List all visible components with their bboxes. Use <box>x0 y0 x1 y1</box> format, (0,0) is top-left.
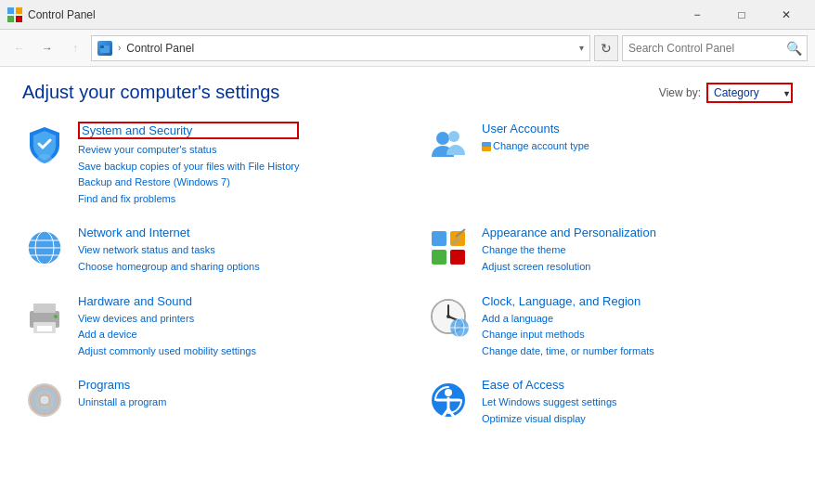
address-icon <box>97 41 112 56</box>
app-icon <box>7 7 22 22</box>
minimize-button[interactable]: − <box>676 0 718 30</box>
category-programs: Programs Uninstall a program <box>22 378 389 427</box>
svg-rect-18 <box>450 250 465 265</box>
restore-button[interactable]: □ <box>720 0 763 30</box>
svg-point-8 <box>448 131 459 142</box>
window-title: Control Panel <box>28 8 676 21</box>
file-history-link[interactable]: Save backup copies of your files with Fi… <box>78 159 299 175</box>
add-language-link[interactable]: Add a language <box>482 311 654 328</box>
fix-problems-link[interactable]: Find and fix problems <box>78 191 299 208</box>
clock-language-title[interactable]: Clock, Language, and Region <box>482 294 654 308</box>
system-security-title[interactable]: System and Security <box>78 122 299 139</box>
svg-rect-5 <box>100 45 104 48</box>
category-network-internet: Network and Internet View network status… <box>22 226 389 275</box>
screen-resolution-link[interactable]: Adjust screen resolution <box>482 259 656 276</box>
system-security-icon <box>22 122 67 166</box>
change-account-type-link[interactable]: Change account type <box>482 138 589 155</box>
breadcrumb-text: Control Panel <box>126 42 574 55</box>
category-clock-language: Clock, Language, and Region Add a langua… <box>426 294 793 360</box>
ease-of-access-icon <box>426 378 471 422</box>
review-status-link[interactable]: Review your computer's status <box>78 142 299 159</box>
svg-rect-2 <box>7 16 14 22</box>
view-by-control: View by: Category Large icons Small icon… <box>659 83 793 103</box>
search-input[interactable] <box>623 42 781 55</box>
main-content: Adjust your computer's settings View by:… <box>0 67 815 504</box>
svg-rect-3 <box>16 16 22 22</box>
view-by-select-wrap: Category Large icons Small icons ▾ <box>706 83 793 103</box>
svg-point-6 <box>37 154 52 163</box>
back-button[interactable]: ← <box>7 36 32 60</box>
mobility-settings-link[interactable]: Adjust commonly used mobility settings <box>78 343 256 360</box>
address-input[interactable]: › Control Panel ▾ <box>91 35 590 61</box>
user-accounts-title[interactable]: User Accounts <box>482 122 589 136</box>
backup-restore-link[interactable]: Backup and Restore (Windows 7) <box>78 174 299 191</box>
input-methods-link[interactable]: Change input methods <box>482 327 654 343</box>
view-by-label: View by: <box>659 86 701 99</box>
refresh-button[interactable]: ↻ <box>594 35 618 61</box>
date-time-formats-link[interactable]: Change date, time, or number formats <box>482 343 654 360</box>
svg-rect-15 <box>432 231 446 246</box>
network-internet-icon <box>22 226 67 270</box>
page-title: Adjust your computer's settings <box>22 82 279 103</box>
page-header: Adjust your computer's settings View by:… <box>22 82 793 103</box>
svg-rect-22 <box>33 304 56 313</box>
category-user-accounts: User Accounts Change account type <box>426 122 793 207</box>
programs-icon <box>22 378 67 422</box>
search-box: 🔍 <box>622 35 808 61</box>
programs-text: Programs Uninstall a program <box>78 378 166 411</box>
svg-rect-24 <box>37 326 52 331</box>
svg-point-41 <box>445 389 452 396</box>
address-dropdown-btn[interactable]: ▾ <box>579 43 584 53</box>
category-system-security: System and Security Review your computer… <box>22 122 389 207</box>
system-security-text: System and Security Review your computer… <box>78 122 299 207</box>
windows-suggest-link[interactable]: Let Windows suggest settings <box>482 394 617 411</box>
ease-of-access-text: Ease of Access Let Windows suggest setti… <box>482 378 617 427</box>
network-internet-title[interactable]: Network and Internet <box>78 226 260 239</box>
close-button[interactable]: ✕ <box>765 0 808 30</box>
breadcrumb-separator: › <box>118 43 121 53</box>
user-accounts-icon <box>426 122 471 166</box>
network-internet-text: Network and Internet View network status… <box>78 226 260 275</box>
up-button[interactable]: ↑ <box>63 36 87 60</box>
homegroup-link[interactable]: Choose homegroup and sharing options <box>78 259 260 276</box>
hardware-sound-text: Hardware and Sound View devices and prin… <box>78 294 256 360</box>
category-ease-of-access: Ease of Access Let Windows suggest setti… <box>426 378 793 427</box>
appearance-icon <box>426 226 471 270</box>
svg-point-39 <box>41 396 48 404</box>
svg-rect-0 <box>7 7 14 14</box>
svg-rect-1 <box>16 7 22 14</box>
shield-icon <box>482 142 491 151</box>
title-bar: Control Panel − □ ✕ <box>0 0 815 30</box>
categories-grid: System and Security Review your computer… <box>22 122 793 446</box>
category-appearance: Appearance and Personalization Change th… <box>426 226 793 275</box>
svg-point-30 <box>446 315 450 318</box>
visual-display-link[interactable]: Optimize visual display <box>482 411 617 428</box>
svg-point-25 <box>54 315 58 318</box>
ease-of-access-title[interactable]: Ease of Access <box>482 378 617 392</box>
view-by-select[interactable]: Category Large icons Small icons <box>706 83 793 103</box>
add-device-link[interactable]: Add a device <box>78 327 256 343</box>
appearance-text: Appearance and Personalization Change th… <box>482 226 656 275</box>
network-status-link[interactable]: View network status and tasks <box>78 242 260 259</box>
search-button[interactable]: 🔍 <box>781 35 807 61</box>
change-theme-link[interactable]: Change the theme <box>482 242 656 259</box>
svg-rect-17 <box>432 250 446 265</box>
programs-title[interactable]: Programs <box>78 378 166 392</box>
uninstall-link[interactable]: Uninstall a program <box>78 394 166 411</box>
hardware-sound-title[interactable]: Hardware and Sound <box>78 294 256 308</box>
window-controls: − □ ✕ <box>676 0 808 30</box>
category-hardware-sound: Hardware and Sound View devices and prin… <box>22 294 389 360</box>
appearance-title[interactable]: Appearance and Personalization <box>482 226 656 239</box>
devices-printers-link[interactable]: View devices and printers <box>78 311 256 328</box>
forward-button[interactable]: → <box>35 36 59 60</box>
hardware-sound-icon <box>22 294 67 339</box>
user-accounts-text: User Accounts Change account type <box>482 122 589 155</box>
clock-language-text: Clock, Language, and Region Add a langua… <box>482 294 654 360</box>
svg-point-7 <box>436 132 449 145</box>
address-bar: ← → ↑ › Control Panel ▾ ↻ 🔍 <box>0 30 815 67</box>
clock-language-icon <box>426 294 471 339</box>
